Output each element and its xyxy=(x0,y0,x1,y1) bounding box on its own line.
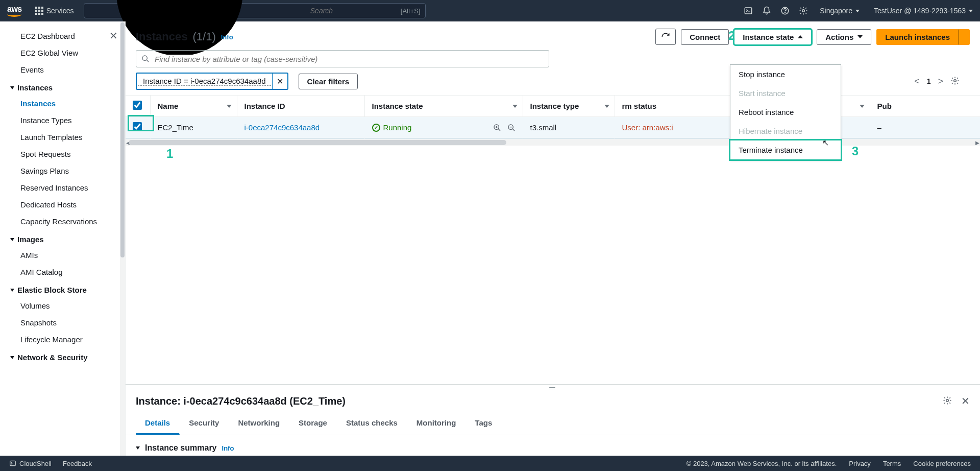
svg-point-9 xyxy=(954,79,957,82)
instance-filter-input[interactable] xyxy=(136,50,549,67)
dropdown-reboot[interactable]: Reboot instance xyxy=(730,103,841,122)
search-shortcut: [Alt+S] xyxy=(401,7,421,15)
sidebar-item-spot-requests[interactable]: Spot Requests xyxy=(0,146,125,162)
cloudshell-icon[interactable] xyxy=(739,0,757,21)
services-button[interactable]: Services xyxy=(29,0,80,21)
resize-handle[interactable]: ═ xyxy=(126,385,980,392)
gear-icon[interactable] xyxy=(794,0,813,21)
sidebar-item-savings-plans[interactable]: Savings Plans xyxy=(0,162,125,179)
dropdown-hibernate: Hibernate instance xyxy=(730,122,841,140)
sidebar-item-volumes[interactable]: Volumes xyxy=(0,297,125,314)
search-icon xyxy=(141,55,150,63)
user-label: TestUser @ 1489-2293-1563 xyxy=(874,7,966,15)
region-selector[interactable]: Singapore xyxy=(813,7,867,15)
region-label: Singapore xyxy=(820,7,852,15)
pager-current: 1 xyxy=(927,77,931,85)
connect-button[interactable]: Connect xyxy=(681,29,729,45)
col-instance-id[interactable]: Instance ID xyxy=(237,96,364,117)
horizontal-scrollbar[interactable]: ◀ ▶ xyxy=(126,138,980,146)
page-header: Instances (1/1) Info Connect Instance st… xyxy=(126,21,980,48)
launch-instances-button[interactable]: Launch instances xyxy=(876,29,970,45)
dropdown-terminate[interactable]: Terminate instance xyxy=(730,140,841,159)
svg-rect-2 xyxy=(745,8,752,14)
sidebar-group-images[interactable]: Images xyxy=(0,230,125,247)
cell-instance-id[interactable]: i-0eca274c9c634aa8d xyxy=(237,117,364,138)
sidebar-item-events[interactable]: Events xyxy=(0,61,125,78)
sidebar-group-ebs[interactable]: Elastic Block Store xyxy=(0,280,125,297)
refresh-button[interactable] xyxy=(655,29,676,45)
svg-point-7 xyxy=(142,56,147,60)
details-panel: ═ Instance: i-0eca274c9c634aa8d (EC2_Tim… xyxy=(126,384,980,456)
zoom-out-icon[interactable] xyxy=(507,124,516,132)
sidebar-scrollbar[interactable] xyxy=(120,21,125,456)
sidebar-item-launch-templates[interactable]: Launch Templates xyxy=(0,129,125,146)
tab-networking[interactable]: Networking xyxy=(229,412,289,435)
aws-logo[interactable]: aws xyxy=(0,5,29,17)
cloudshell-button[interactable]: CloudShell xyxy=(9,460,52,467)
svg-point-6 xyxy=(802,10,805,12)
sidebar-item-global-view[interactable]: EC2 Global View xyxy=(0,44,125,61)
sidebar-item-dashboard[interactable]: EC2 Dashboard xyxy=(0,28,125,44)
col-instance-state[interactable]: Instance state xyxy=(364,96,523,117)
user-menu[interactable]: TestUser @ 1489-2293-1563 xyxy=(867,7,980,15)
select-all-checkbox[interactable] xyxy=(133,101,142,110)
pager-next[interactable]: > xyxy=(938,76,943,87)
info-link[interactable]: Info xyxy=(221,33,233,41)
tab-storage[interactable]: Storage xyxy=(289,412,337,435)
sidebar-group-network-security[interactable]: Network & Security xyxy=(0,348,125,365)
launch-button-dropdown[interactable] xyxy=(959,29,970,45)
cell-pub: – xyxy=(870,117,980,138)
actions-button[interactable]: Actions xyxy=(817,29,871,45)
dropdown-start: Start instance xyxy=(730,84,841,103)
tab-details[interactable]: Details xyxy=(136,412,180,435)
sidebar-item-lifecycle-manager[interactable]: Lifecycle Manager xyxy=(0,331,125,348)
zoom-in-icon[interactable] xyxy=(493,124,501,132)
dropdown-stop[interactable]: Stop instance xyxy=(730,65,841,84)
svg-point-17 xyxy=(946,399,949,402)
filter-chip-remove[interactable]: ✕ xyxy=(272,74,287,89)
pager-prev[interactable]: < xyxy=(914,76,920,87)
row-checkbox[interactable] xyxy=(133,122,142,131)
details-close-icon[interactable]: ✕ xyxy=(961,395,970,407)
tab-monitoring[interactable]: Monitoring xyxy=(407,412,465,435)
sidebar-close-icon[interactable]: ✕ xyxy=(109,30,118,42)
instance-summary-header[interactable]: Instance summary Info xyxy=(126,435,980,456)
global-search[interactable]: [Alt+S] xyxy=(84,3,426,18)
svg-rect-18 xyxy=(10,461,16,465)
sidebar-item-snapshots[interactable]: Snapshots xyxy=(0,314,125,331)
clear-filters-button[interactable]: Clear filters xyxy=(299,74,358,89)
summary-info-link[interactable]: Info xyxy=(222,444,234,452)
footer-copyright: © 2023, Amazon Web Services, Inc. or its… xyxy=(687,460,837,467)
svg-line-11 xyxy=(498,129,500,131)
sidebar-item-capacity-reservations[interactable]: Capacity Reservations xyxy=(0,213,125,230)
table-settings-icon[interactable] xyxy=(950,76,960,87)
tab-tags[interactable]: Tags xyxy=(465,412,502,435)
col-pub[interactable]: Pub xyxy=(870,96,980,117)
instance-state-button[interactable]: Instance state xyxy=(734,29,812,45)
sidebar-item-amis[interactable]: AMIs xyxy=(0,247,125,264)
footer-cookie[interactable]: Cookie preferences xyxy=(913,460,971,467)
bell-icon[interactable] xyxy=(757,0,776,21)
footer-terms[interactable]: Terms xyxy=(883,460,901,467)
filter-input-field[interactable] xyxy=(155,55,544,63)
tab-status-checks[interactable]: Status checks xyxy=(337,412,407,435)
sidebar-item-instances[interactable]: Instances xyxy=(0,95,125,112)
sidebar-item-instance-types[interactable]: Instance Types xyxy=(0,112,125,129)
launch-button-main[interactable]: Launch instances xyxy=(876,29,959,45)
sidebar-item-ami-catalog[interactable]: AMI Catalog xyxy=(0,264,125,280)
tab-security[interactable]: Security xyxy=(180,412,229,435)
feedback-button[interactable]: Feedback xyxy=(63,460,92,467)
sidebar-item-reserved-instances[interactable]: Reserved Instances xyxy=(0,179,125,196)
col-instance-type[interactable]: Instance type xyxy=(523,96,615,117)
help-icon[interactable] xyxy=(776,0,794,21)
table-row[interactable]: EC2_Time i-0eca274c9c634aa8d Running xyxy=(126,117,980,138)
details-gear-icon[interactable] xyxy=(943,396,952,407)
sidebar-group-instances[interactable]: Instances xyxy=(0,78,125,95)
footer-privacy[interactable]: Privacy xyxy=(849,460,871,467)
caret-down-icon xyxy=(969,10,973,12)
sidebar-item-dedicated-hosts[interactable]: Dedicated Hosts xyxy=(0,196,125,213)
details-tabs: Details Security Networking Storage Stat… xyxy=(126,412,980,435)
col-name[interactable]: Name xyxy=(150,96,237,117)
cell-name: EC2_Time xyxy=(150,117,237,138)
search-input[interactable] xyxy=(310,7,401,15)
